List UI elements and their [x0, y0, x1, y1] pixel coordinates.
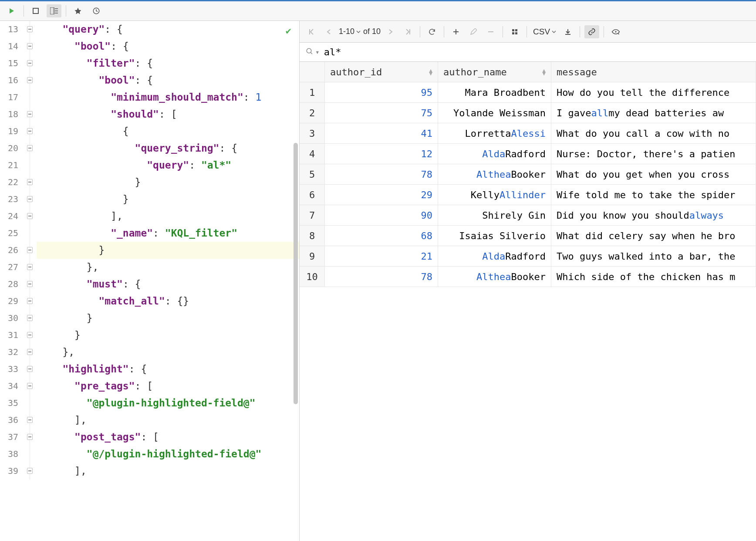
code-line[interactable]: },	[37, 259, 299, 276]
code-line[interactable]: {	[37, 123, 299, 140]
cell-author-id[interactable]: 75	[325, 103, 438, 123]
fold-handle[interactable]	[27, 281, 33, 287]
code-line[interactable]: ],	[37, 208, 299, 225]
cell-message[interactable]: Did you know you should always	[551, 205, 756, 226]
cell-message[interactable]: What did celery say when he bro	[551, 226, 756, 246]
next-page-button[interactable]	[383, 25, 398, 38]
code-line[interactable]: "minimum_should_match": 1	[37, 89, 299, 106]
code-line[interactable]: }	[37, 310, 299, 327]
fold-handle[interactable]	[27, 179, 33, 185]
cell-author-id[interactable]: 41	[325, 123, 438, 144]
column-header[interactable]: author_name▲▼	[438, 62, 551, 82]
fold-handle[interactable]	[27, 196, 33, 202]
fold-handle[interactable]	[27, 434, 33, 440]
cell-author-id[interactable]: 78	[325, 164, 438, 185]
fold-handle[interactable]	[27, 145, 33, 151]
cell-author-id[interactable]: 68	[325, 226, 438, 246]
fold-handle[interactable]	[27, 77, 33, 83]
code-line[interactable]: }	[37, 327, 299, 344]
code-line[interactable]: "filter": {	[37, 55, 299, 72]
fold-handle[interactable]	[27, 43, 33, 49]
code-line[interactable]: "query": "al*"	[37, 157, 299, 174]
cell-author-name[interactable]: Alda Radford	[438, 246, 551, 267]
code-line[interactable]: "bool": {	[37, 72, 299, 89]
query-editor[interactable]: 1314151617181920212223242526272829303132…	[0, 21, 300, 541]
code-line[interactable]: "query": {	[37, 21, 299, 38]
column-header[interactable]: message	[551, 62, 756, 82]
prev-page-button[interactable]	[321, 25, 336, 38]
last-page-button[interactable]	[401, 25, 415, 38]
add-row-button[interactable]	[449, 25, 463, 38]
first-page-button[interactable]	[304, 25, 319, 38]
fold-handle[interactable]	[27, 383, 33, 389]
cell-author-name[interactable]: Kelly Allinder	[438, 185, 551, 205]
export-dropdown[interactable]: CSV	[531, 27, 558, 37]
layout-toggle-button[interactable]	[47, 4, 61, 17]
cell-message[interactable]: I gave all my dead batteries aw	[551, 103, 756, 123]
favorite-button[interactable]	[71, 4, 85, 17]
cell-author-name[interactable]: Isaias Silverio	[438, 226, 551, 246]
editor-scrollbar[interactable]	[294, 143, 298, 404]
code-line[interactable]: "query_string": {	[37, 140, 299, 157]
code-line[interactable]: }	[37, 174, 299, 191]
code-line[interactable]: "post_tags": [	[37, 429, 299, 446]
fold-handle[interactable]	[27, 60, 33, 66]
preview-button[interactable]	[608, 25, 623, 38]
cell-author-name[interactable]: Shirely Gin	[438, 205, 551, 226]
cell-author-name[interactable]: Yolande Weissman	[438, 103, 551, 123]
cell-author-id[interactable]: 29	[325, 185, 438, 205]
page-range-dropdown[interactable]: 1-10	[339, 27, 361, 36]
cell-author-name[interactable]: Alda Radford	[438, 144, 551, 164]
cell-message[interactable]: Which side of the chicken has m	[551, 267, 756, 287]
cell-message[interactable]: Two guys walked into a bar, the	[551, 246, 756, 267]
code-line[interactable]: "highlight": {	[37, 361, 299, 378]
fold-handle[interactable]	[27, 247, 33, 253]
code-line[interactable]: ],	[37, 463, 299, 480]
cell-message[interactable]: Nurse: Doctor, there's a patien	[551, 144, 756, 164]
code-line[interactable]: }	[37, 191, 299, 208]
column-header[interactable]: author_id▲▼	[325, 62, 438, 82]
cell-author-name[interactable]: Mara Broadbent	[438, 82, 551, 103]
cell-message[interactable]: What do you get when you cross	[551, 164, 756, 185]
refresh-button[interactable]	[425, 25, 439, 38]
cell-author-id[interactable]: 21	[325, 246, 438, 267]
code-line[interactable]: },	[37, 344, 299, 361]
delete-row-button[interactable]	[483, 25, 498, 38]
code-line[interactable]: "match_all": {}	[37, 293, 299, 310]
cell-author-id[interactable]: 12	[325, 144, 438, 164]
fold-handle[interactable]	[27, 128, 33, 134]
history-button[interactable]	[89, 4, 104, 17]
sort-icon[interactable]: ▲▼	[542, 69, 546, 75]
cell-author-name[interactable]: Althea Booker	[438, 267, 551, 287]
run-button[interactable]	[4, 4, 19, 17]
code-line[interactable]: "must": {	[37, 276, 299, 293]
code-line[interactable]: "should": [	[37, 106, 299, 123]
fold-handle[interactable]	[27, 26, 33, 32]
cell-message[interactable]: What do you call a cow with no	[551, 123, 756, 144]
code-line[interactable]: ],	[37, 412, 299, 429]
fold-handle[interactable]	[27, 417, 33, 423]
code-line[interactable]: "@/plugin-highlighted-field@"	[37, 446, 299, 463]
link-button[interactable]	[584, 25, 599, 38]
cell-author-name[interactable]: Althea Booker	[438, 164, 551, 185]
code-area[interactable]: ✔ "query": { "bool": { "filter": { "bool…	[37, 21, 299, 541]
fold-handle[interactable]	[27, 366, 33, 372]
code-line[interactable]: "_name": "KQL_filter"	[37, 225, 299, 242]
fold-gutter[interactable]	[26, 21, 37, 541]
fold-handle[interactable]	[27, 298, 33, 304]
cell-author-id[interactable]: 90	[325, 205, 438, 226]
code-line[interactable]: "bool": {	[37, 38, 299, 55]
cell-message[interactable]: Wife told me to take the spider	[551, 185, 756, 205]
code-line[interactable]: "pre_tags": [	[37, 378, 299, 395]
fold-handle[interactable]	[27, 332, 33, 338]
code-line[interactable]: "@plugin-highlighted-field@"	[37, 395, 299, 412]
fold-handle[interactable]	[27, 468, 33, 474]
code-line[interactable]: }	[37, 242, 299, 259]
results-search[interactable]: ▾ al*	[300, 43, 756, 62]
stop-button[interactable]	[28, 4, 43, 17]
cell-message[interactable]: How do you tell the difference	[551, 82, 756, 103]
cell-author-name[interactable]: Lorretta Alessi	[438, 123, 551, 144]
download-button[interactable]	[560, 25, 575, 38]
cell-author-id[interactable]: 95	[325, 82, 438, 103]
sort-icon[interactable]: ▲▼	[429, 69, 432, 75]
